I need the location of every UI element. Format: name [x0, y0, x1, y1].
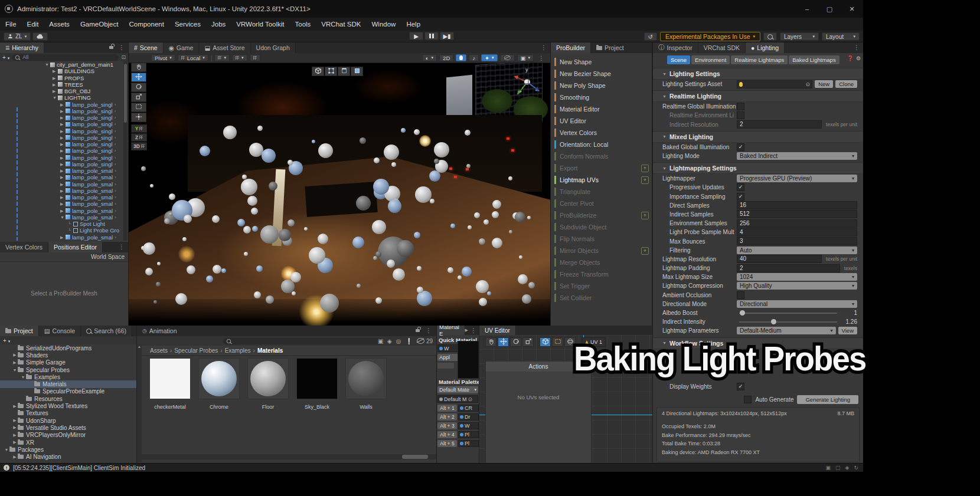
checkbox-baked-global-illumination[interactable]: ✓: [737, 143, 744, 151]
hierarchy-item[interactable]: ▶lamp_pole_singl›: [0, 161, 128, 167]
menu-jobs[interactable]: Jobs: [206, 21, 231, 28]
prefab-arrow-icon[interactable]: ›: [115, 141, 116, 147]
search-button[interactable]: [763, 32, 777, 41]
tab-project-docked[interactable]: Project: [591, 42, 629, 53]
status-bar[interactable]: [05:52:24.235][ClientSimMain] ClientSim …: [0, 463, 863, 472]
move-tool-button[interactable]: [131, 73, 146, 82]
checkbox-realtime-global-illumination[interactable]: [737, 103, 744, 110]
folder-specular-probes[interactable]: ▼Specular Probes: [0, 366, 136, 373]
tab-inspector[interactable]: ⓘInspector: [653, 42, 698, 53]
add-asset-button[interactable]: + ▾: [3, 337, 10, 344]
field-environment-samples[interactable]: 256: [737, 219, 857, 228]
palette-material-field[interactable]: Pl: [458, 440, 479, 447]
hierarchy-item[interactable]: ▶lamp_pole_singl›: [0, 134, 128, 141]
dropdown-directional-mode[interactable]: Directional▾: [737, 300, 857, 308]
palette-shortcut-button[interactable]: Alt + 1: [437, 405, 457, 412]
dropdown-filtering[interactable]: Auto▾: [737, 247, 857, 254]
menu-vrchat-sdk[interactable]: VRChat SDK: [316, 21, 366, 28]
hierarchy-item[interactable]: ▶lamp_pole_singl›: [0, 121, 128, 127]
lighting-settings-asset-field[interactable]: ⊙: [737, 80, 812, 88]
asset-horizontal-scrollbar[interactable]: [142, 454, 436, 459]
expand-arrow-icon[interactable]: ▶: [60, 208, 66, 214]
menu-window[interactable]: Window: [366, 21, 401, 28]
field-indirect-samples[interactable]: 512: [737, 210, 857, 218]
menu-assets[interactable]: Assets: [44, 21, 75, 28]
probuilder-action-subdivide-object[interactable]: Subdivide Object: [551, 221, 652, 233]
dropdown-lightmapper[interactable]: Progressive GPU (Preview)▾: [737, 175, 857, 182]
prefab-arrow-icon[interactable]: ›: [115, 194, 116, 201]
hierarchy-item[interactable]: └Light Probe Gro: [0, 227, 128, 234]
progrids-3d-toggle[interactable]: 3D: [131, 142, 147, 150]
uv-scale-tool-button[interactable]: [522, 337, 534, 347]
expand-arrow-icon[interactable]: ▼: [4, 448, 9, 452]
prefab-arrow-icon[interactable]: ›: [115, 174, 116, 180]
probuilder-action-uv-editor[interactable]: UV Editor: [551, 115, 652, 127]
experimental-packages-button[interactable]: Experimental Packages In Use ▾: [660, 32, 760, 41]
palette-shortcut-button[interactable]: Alt + 4: [437, 431, 457, 438]
folder-ai-navigation[interactable]: ▶AI Navigation: [0, 453, 136, 460]
dropdown-lighting-mode[interactable]: Baked Indirect▾: [737, 152, 857, 160]
hierarchy-item[interactable]: ▶lamp_pole_singl›: [0, 155, 128, 161]
probuilder-action-smoothing[interactable]: Smoothing: [551, 91, 652, 103]
breadcrumb-item[interactable]: Specular Probes: [174, 347, 218, 354]
prefab-arrow-icon[interactable]: ›: [115, 134, 116, 141]
expand-arrow-icon[interactable]: └: [68, 227, 73, 234]
hierarchy-item[interactable]: ▶lamp_pole_singl›: [0, 141, 128, 147]
tab-animation[interactable]: ◷ Animation: [137, 326, 182, 336]
effects-dropdown[interactable]: ✦▾: [481, 54, 497, 61]
folder-simple-garage[interactable]: ▶Simple Garage: [0, 359, 136, 366]
field-direct-samples[interactable]: 16: [737, 201, 857, 209]
probuilder-action-vertex-colors[interactable]: Vertex Colors: [551, 127, 652, 139]
checkbox-ambient-occlusion[interactable]: [737, 291, 744, 299]
expand-arrow-icon[interactable]: ▶: [60, 201, 66, 207]
audio-toggle[interactable]: ♪: [469, 54, 479, 61]
hierarchy-item[interactable]: ▶lamp_pole_smal›: [0, 201, 128, 207]
checkbox-realtime-environment-li[interactable]: [737, 111, 744, 119]
tab-vrchat-sdk[interactable]: VRChat SDK: [698, 42, 746, 53]
folder-examples[interactable]: ▼Examples: [0, 373, 136, 380]
hierarchy-item[interactable]: ▶lamp_pole_singl›: [0, 128, 128, 134]
folder-serializedudonprograms[interactable]: SerializedUdonPrograms: [0, 344, 136, 352]
folder-xr[interactable]: ▶XR: [0, 439, 136, 446]
select-mode-edge-button[interactable]: [338, 67, 350, 76]
lighting-subtab-realtime-lightmaps[interactable]: Realtime Lightmaps: [731, 55, 788, 64]
match-palette-button[interactable]: [437, 363, 454, 369]
select-mode-cube-button[interactable]: [312, 67, 324, 76]
camera-preview-dropdown[interactable]: ▣▾: [517, 54, 534, 61]
quick-material-field[interactable]: W: [437, 344, 460, 352]
asset-item-walls[interactable]: Walls: [345, 358, 387, 410]
asset-search-input[interactable]: [223, 338, 383, 344]
expand-arrow-icon[interactable]: ▶: [12, 425, 18, 430]
step-button[interactable]: ▶▮: [440, 32, 454, 40]
expand-arrow-icon[interactable]: ▶: [53, 88, 58, 94]
hierarchy-item[interactable]: ▶lamp_pole_singl›: [0, 101, 128, 108]
expand-arrow-icon[interactable]: ▶: [12, 440, 18, 445]
object-picker-icon[interactable]: ⊙: [806, 81, 811, 87]
prefab-arrow-icon[interactable]: ›: [115, 155, 116, 161]
palette-shortcut-button[interactable]: Alt + 3: [437, 422, 457, 429]
grid-visibility-dropdown[interactable]: ▾: [232, 54, 247, 61]
tab-udon-graph[interactable]: Udon Graph: [251, 42, 296, 53]
expand-arrow-icon[interactable]: ▶: [60, 147, 66, 154]
slider-albedo-boost[interactable]: [739, 313, 837, 314]
prefab-arrow-icon[interactable]: ›: [115, 167, 116, 174]
panel-menu-icon[interactable]: ⋮: [468, 327, 479, 334]
dropdown-lightmap-compression[interactable]: High Quality▾: [737, 282, 857, 290]
probuilder-action-material-editor[interactable]: Material Editor: [551, 103, 652, 115]
view-button[interactable]: View: [838, 327, 857, 334]
expand-arrow-icon[interactable]: ▶: [60, 167, 66, 174]
menu-gameobject[interactable]: GameObject: [75, 21, 124, 28]
palette-material-field[interactable]: Pl: [458, 431, 479, 438]
apply-material-button[interactable]: Appl: [437, 354, 459, 361]
folder-udonsharp[interactable]: ▶UdonSharp: [0, 417, 136, 424]
expand-arrow-icon[interactable]: ▶: [60, 188, 66, 194]
probuilder-action-merge-objects[interactable]: Merge Objects: [551, 257, 652, 268]
hierarchy-scrollbar[interactable]: [123, 61, 128, 241]
prefab-arrow-icon[interactable]: ›: [115, 208, 116, 214]
probuilder-action-new-bezier-shape[interactable]: New Bezier Shape: [551, 68, 652, 80]
expand-arrow-icon[interactable]: └: [68, 221, 73, 227]
section-header-lightmapping-settings[interactable]: ▼Lightmapping Settings: [653, 162, 863, 174]
hierarchy-item[interactable]: └Spot Light: [0, 221, 128, 227]
hierarchy-search-input[interactable]: All: [12, 54, 119, 61]
expand-arrow-icon[interactable]: ▶: [12, 360, 18, 365]
